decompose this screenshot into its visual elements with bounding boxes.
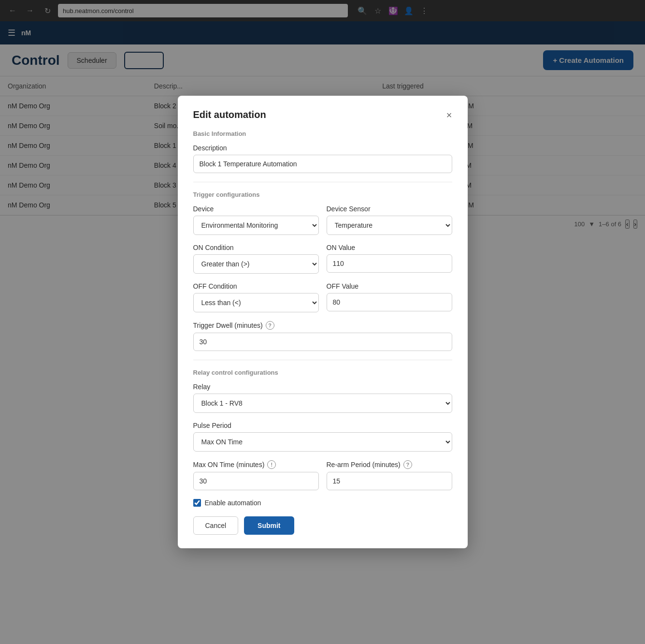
max-on-time-group: Max ON Time (minutes) ! — [193, 460, 319, 490]
pulse-period-select[interactable]: Max ON Time Fixed Period Continuous — [193, 432, 452, 452]
pulse-period-label: Pulse Period — [193, 422, 452, 429]
relay-config-section-label: Relay control configurations — [193, 369, 452, 376]
device-label: Device — [193, 205, 319, 213]
relay-label: Relay — [193, 383, 452, 391]
device-select[interactable]: Environmental Monitoring — [193, 216, 319, 235]
off-condition-row: OFF Condition Less than (<) Greater than… — [193, 282, 452, 321]
description-group: Description — [193, 144, 452, 173]
divider-2 — [193, 360, 452, 360]
on-condition-row: ON Condition Greater than (>) Less than … — [193, 244, 452, 282]
trigger-config-section-label: Trigger configurations — [193, 191, 452, 198]
on-condition-select[interactable]: Greater than (>) Less than (<) Equal to … — [193, 254, 319, 274]
device-row: Device Environmental Monitoring Device S… — [193, 205, 452, 244]
rearm-period-input[interactable] — [327, 472, 452, 490]
submit-button[interactable]: Submit — [244, 516, 294, 535]
description-input[interactable] — [193, 155, 452, 173]
device-sensor-group: Device Sensor Temperature — [327, 205, 452, 235]
off-condition-group: OFF Condition Less than (<) Greater than… — [193, 282, 319, 312]
max-on-time-info-icon[interactable]: ! — [267, 460, 276, 469]
rearm-period-help-icon[interactable]: ? — [403, 460, 412, 469]
off-value-label: OFF Value — [327, 282, 452, 290]
max-on-time-label: Max ON Time (minutes) ! — [193, 460, 319, 469]
description-label: Description — [193, 144, 452, 152]
trigger-dwell-group: Trigger Dwell (minutes) ? — [193, 321, 452, 351]
rearm-period-group: Re-arm Period (minutes) ? — [327, 460, 452, 490]
modal-actions: Cancel Submit — [193, 516, 452, 535]
modal-header: Edit automation × — [193, 109, 452, 120]
max-on-rearm-row: Max ON Time (minutes) ! Re-arm Period (m… — [193, 460, 452, 499]
enable-automation-checkbox[interactable] — [193, 499, 201, 507]
device-sensor-label: Device Sensor — [327, 205, 452, 213]
on-value-label: ON Value — [327, 244, 452, 251]
edit-automation-modal: Edit automation × Basic Information Desc… — [178, 96, 468, 548]
off-value-input[interactable] — [327, 293, 452, 311]
device-group: Device Environmental Monitoring — [193, 205, 319, 235]
divider-1 — [193, 182, 452, 182]
off-condition-label: OFF Condition — [193, 282, 319, 290]
relay-group: Relay Block 1 - RV8 Block 2 - RV1 — [193, 383, 452, 413]
trigger-dwell-help-icon[interactable]: ? — [266, 321, 274, 330]
basic-info-section-label: Basic Information — [193, 130, 452, 137]
off-condition-select[interactable]: Less than (<) Greater than (>) Equal to … — [193, 293, 319, 312]
modal-overlay[interactable]: Edit automation × Basic Information Desc… — [0, 0, 645, 644]
relay-select[interactable]: Block 1 - RV8 Block 2 - RV1 — [193, 394, 452, 413]
trigger-dwell-input[interactable] — [193, 333, 452, 351]
modal-title: Edit automation — [193, 109, 266, 120]
device-sensor-select[interactable]: Temperature — [327, 216, 452, 235]
enable-automation-row: Enable automation — [193, 499, 452, 507]
on-condition-label: ON Condition — [193, 244, 319, 251]
on-value-input[interactable] — [327, 254, 452, 273]
off-value-group: OFF Value — [327, 282, 452, 312]
on-condition-group: ON Condition Greater than (>) Less than … — [193, 244, 319, 274]
on-value-group: ON Value — [327, 244, 452, 274]
trigger-dwell-label: Trigger Dwell (minutes) ? — [193, 321, 452, 330]
rearm-period-label: Re-arm Period (minutes) ? — [327, 460, 452, 469]
enable-automation-label: Enable automation — [205, 499, 261, 507]
close-modal-button[interactable]: × — [446, 110, 452, 120]
max-on-time-input[interactable] — [193, 472, 319, 490]
cancel-button[interactable]: Cancel — [193, 516, 239, 535]
pulse-period-group: Pulse Period Max ON Time Fixed Period Co… — [193, 422, 452, 452]
